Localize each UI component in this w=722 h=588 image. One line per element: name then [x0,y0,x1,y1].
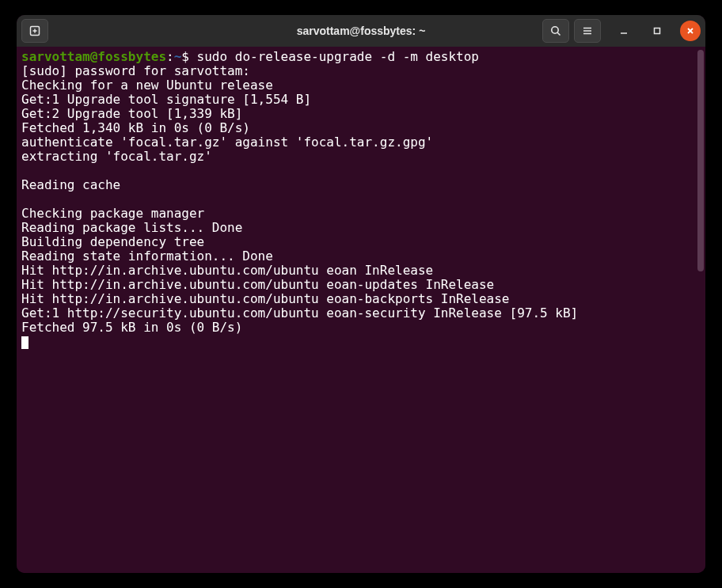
output-line: Get:1 http://security.ubuntu.com/ubuntu … [21,306,701,321]
output-line: Get:2 Upgrade tool [1,339 kB] [21,107,701,121]
svg-point-3 [552,27,558,33]
terminal-window: sarvottam@fossbytes: ~ [17,15,705,573]
svg-rect-9 [655,28,660,34]
output-line [21,164,701,178]
minimize-button[interactable] [614,21,634,41]
new-tab-icon [28,25,41,37]
output-line: Checking package manager [21,207,701,221]
output-line: Hit http://in.archive.ubuntu.com/ubuntu … [21,278,701,292]
menu-button[interactable] [574,19,601,43]
output-line: [sudo] password for sarvottam: [21,64,701,78]
prompt-path: ~ [174,49,182,64]
prompt-colon: : [166,49,174,64]
output-line: authenticate 'focal.tar.gz' against 'foc… [21,135,701,150]
new-tab-button[interactable] [21,19,48,43]
maximize-icon [652,26,662,36]
maximize-button[interactable] [647,21,667,41]
output-line: Reading package lists... Done [21,221,701,235]
prompt-line: sarvottam@fossbytes:~$ sudo do-release-u… [21,50,701,64]
output-line [21,192,701,207]
output-line: Reading state information... Done [21,249,701,264]
output-line: Fetched 1,340 kB in 0s (0 B/s) [21,121,701,135]
prompt-dollar: $ [181,49,196,64]
cursor-line [21,335,701,349]
output-line: Fetched 97.5 kB in 0s (0 B/s) [21,321,701,335]
output-line: Checking for a new Ubuntu release [21,78,701,93]
titlebar: sarvottam@fossbytes: ~ [17,15,705,47]
svg-line-4 [557,32,560,35]
terminal-output: [sudo] password for sarvottam: Checking … [21,64,701,335]
search-icon [549,25,562,37]
output-line: Reading cache [21,178,701,192]
search-button[interactable] [542,19,569,43]
hamburger-icon [581,25,594,37]
terminal-body[interactable]: sarvottam@fossbytes:~$ sudo do-release-u… [17,47,705,573]
close-icon [686,26,695,36]
cursor-block [21,336,28,349]
output-line: Building dependency tree [21,235,701,249]
output-line: Hit http://in.archive.ubuntu.com/ubuntu … [21,264,701,278]
command-text: sudo do-release-upgrade -d -m desktop [197,49,479,64]
close-button[interactable] [680,21,701,41]
scrollbar-thumb[interactable] [697,50,704,271]
output-line: extracting 'focal.tar.gz' [21,150,701,164]
prompt-user-host: sarvottam@fossbytes [21,49,166,64]
minimize-icon [619,26,629,36]
output-line: Hit http://in.archive.ubuntu.com/ubuntu … [21,292,701,306]
output-line: Get:1 Upgrade tool signature [1,554 B] [21,93,701,107]
